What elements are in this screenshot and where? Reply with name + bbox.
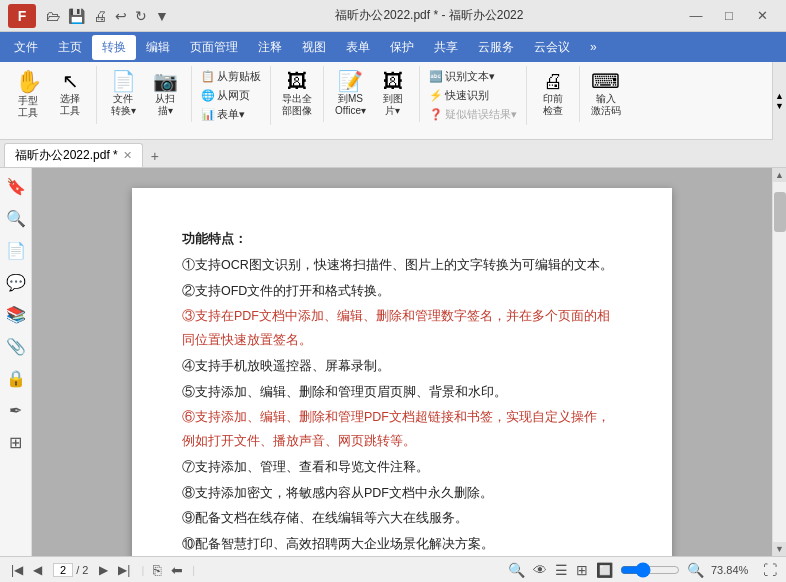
zoom-slider[interactable] — [620, 562, 680, 578]
close-button[interactable]: ✕ — [746, 2, 778, 30]
menu-file[interactable]: 文件 — [4, 35, 48, 60]
quick-access-toolbar: 🗁 💾 🖨 ↩ ↻ ▼ — [44, 6, 171, 26]
doc-item-5: ⑤支持添加、编辑、删除和管理页眉页脚、背景和水印。 — [182, 381, 622, 405]
redo-icon[interactable]: ↻ — [133, 6, 149, 26]
menu-cloud[interactable]: 云服务 — [468, 35, 524, 60]
menu-convert[interactable]: 转换 — [92, 35, 136, 60]
main-area: 🔖 🔍 📄 💬 📚 📎 🔒 ✒ ⊞ 功能特点： ①支持OCR图文识别，快速将扫描… — [0, 168, 786, 556]
fit-width-icon[interactable]: ☰ — [554, 561, 569, 579]
recognize-text-button[interactable]: 🔤 识别文本▾ — [426, 68, 520, 85]
table-button[interactable]: 📊 表单▾ — [198, 106, 264, 123]
tab-bar: 福昕办公2022.pdf * ✕ + — [0, 140, 786, 168]
menu-home[interactable]: 主页 — [48, 35, 92, 60]
doc-item-8: ⑧支持添加密文，将敏感内容从PDF文档中永久删除。 — [182, 482, 622, 506]
left-sidebar: 🔖 🔍 📄 💬 📚 📎 🔒 ✒ ⊞ — [0, 168, 32, 556]
doc-title: 功能特点： — [182, 228, 622, 252]
from-clipboard-button[interactable]: 📋 从剪贴板 — [198, 68, 264, 85]
sidebar-attachment-icon[interactable]: 📎 — [4, 334, 28, 358]
export-images-button[interactable]: 🖼 导出全部图像 — [277, 68, 317, 120]
from-web-button[interactable]: 🌐 从网页 — [198, 87, 264, 104]
doc-item-10: ⑩配备智慧打印、高效招聘两大企业场景化解决方案。 — [182, 533, 622, 556]
eye-icon[interactable]: 👁 — [532, 561, 548, 579]
doc-item-7: ⑦支持添加、管理、查看和导览文件注释。 — [182, 456, 622, 480]
doc-item-2: ②支持OFD文件的打开和格式转换。 — [182, 280, 622, 304]
menu-form[interactable]: 表单 — [336, 35, 380, 60]
file-convert-button[interactable]: 📄 文件转换▾ — [103, 68, 143, 120]
error-results-button[interactable]: ❓ 疑似错误结果▾ — [426, 106, 520, 123]
cursor-icon: ↖ — [62, 71, 79, 91]
maximize-button[interactable]: □ — [713, 2, 745, 30]
menu-view[interactable]: 视图 — [292, 35, 336, 60]
export-icon: 🖼 — [287, 71, 307, 91]
hand-tool-button[interactable]: ✋ 手型工具 — [8, 68, 48, 122]
office-icon: 📝 — [338, 71, 363, 91]
fullscreen-icon[interactable]: ⛶ — [762, 561, 778, 579]
file-convert-icon: 📄 — [111, 71, 136, 91]
doc-item-3: ③支持在PDF文档中添加、编辑、删除和管理数字签名，并在多个页面的相同位置快速放… — [182, 305, 622, 353]
sidebar-grid-icon[interactable]: ⊞ — [4, 430, 28, 454]
window-controls: — □ ✕ — [680, 2, 778, 30]
menu-page-manage[interactable]: 页面管理 — [180, 35, 248, 60]
web-icon: 🌐 — [201, 89, 215, 102]
select-tool-button[interactable]: ↖ 选择工具 — [50, 68, 90, 122]
new-tab-button[interactable]: + — [143, 145, 167, 167]
save-copy-icon[interactable]: ⎘ — [152, 561, 162, 579]
zoom-level: 73.84% — [711, 564, 756, 576]
doc-item-6: ⑥支持添加、编辑、删除和管理PDF文档超链接和书签，实现自定义操作，例如打开文件… — [182, 406, 622, 454]
minimize-button[interactable]: — — [680, 2, 712, 30]
document-content: 功能特点： ①支持OCR图文识别，快速将扫描件、图片上的文字转换为可编辑的文本。… — [182, 228, 622, 556]
to-ms-office-button[interactable]: 📝 到MSOffice▾ — [330, 68, 371, 120]
last-page-button[interactable]: ▶| — [115, 562, 133, 578]
next-page-button[interactable]: ▶ — [96, 562, 111, 578]
fit-page-icon[interactable]: ⊞ — [575, 561, 589, 579]
ribbon-group-tooffice: 📝 到MSOffice▾ 🖼 到图片▾ — [328, 66, 420, 122]
quick-recognize-button[interactable]: ⚡ 快速识别 — [426, 87, 520, 104]
tab-close-button[interactable]: ✕ — [123, 149, 132, 162]
chevron-up-icon: ▲ — [775, 91, 784, 101]
menu-edit[interactable]: 编辑 — [136, 35, 180, 60]
doc-item-1: ①支持OCR图文识别，快速将扫描件、图片上的文字转换为可编辑的文本。 — [182, 254, 622, 278]
menu-more[interactable]: » — [580, 36, 607, 58]
nav-separator-2: | — [192, 564, 195, 576]
preprint-button[interactable]: 🖨 印前检查 — [533, 68, 573, 120]
ribbon-group-export: 🖼 导出全部图像 — [275, 66, 324, 122]
scroll-track[interactable] — [773, 182, 786, 542]
sidebar-comment-icon[interactable]: 💬 — [4, 270, 28, 294]
save-icon[interactable]: 💾 — [66, 6, 87, 26]
zoom-out-icon[interactable]: 🔍 — [507, 561, 526, 579]
thumbnail-icon[interactable]: 🔲 — [595, 561, 614, 579]
prev-page-button[interactable]: ◀ — [30, 562, 45, 578]
zoom-in-icon[interactable]: 🔍 — [686, 561, 705, 579]
menu-protect[interactable]: 保护 — [380, 35, 424, 60]
sidebar-bookmark-icon[interactable]: 🔖 — [4, 174, 28, 198]
sidebar-search-icon[interactable]: 🔍 — [4, 206, 28, 230]
menu-cloud-meeting[interactable]: 云会议 — [524, 35, 580, 60]
sidebar-lock-icon[interactable]: 🔒 — [4, 366, 28, 390]
document-tab[interactable]: 福昕办公2022.pdf * ✕ — [4, 143, 143, 167]
nav-icon[interactable]: ⬅ — [170, 561, 184, 579]
document-area: 功能特点： ①支持OCR图文识别，快速将扫描件、图片上的文字转换为可编辑的文本。… — [32, 168, 772, 556]
sidebar-page-icon[interactable]: 📄 — [4, 238, 28, 262]
first-page-button[interactable]: |◀ — [8, 562, 26, 578]
menu-share[interactable]: 共享 — [424, 35, 468, 60]
title-bar: F 🗁 💾 🖨 ↩ ↻ ▼ 福昕办公2022.pdf * - 福昕办公2022 … — [0, 0, 786, 32]
sidebar-layers-icon[interactable]: 📚 — [4, 302, 28, 326]
dropdown-icon[interactable]: ▼ — [153, 6, 171, 26]
open-icon[interactable]: 🗁 — [44, 6, 62, 26]
ribbon-collapse-button[interactable]: ▲ ▼ — [772, 62, 786, 140]
scan-button[interactable]: 📷 从扫描▾ — [145, 68, 185, 120]
status-bar: |◀ ◀ / 2 ▶ ▶| | ⎘ ⬅ | 🔍 👁 ☰ ⊞ 🔲 🔍 73.84%… — [0, 556, 786, 582]
ribbon-group-tools: ✋ 手型工具 ↖ 选择工具 — [6, 66, 97, 124]
ribbon-group-preprint: 🖨 印前检查 — [531, 66, 580, 122]
undo-icon[interactable]: ↩ — [113, 6, 129, 26]
to-image-button[interactable]: 🖼 到图片▾ — [373, 68, 413, 120]
scroll-down-button[interactable]: ▼ — [773, 542, 787, 556]
menu-comment[interactable]: 注释 — [248, 35, 292, 60]
print-icon[interactable]: 🖨 — [91, 6, 109, 26]
sidebar-sign-icon[interactable]: ✒ — [4, 398, 28, 422]
doc-item-9: ⑨配备文档在线存储、在线编辑等六大在线服务。 — [182, 507, 622, 531]
scroll-thumb[interactable] — [774, 192, 786, 232]
page-number-input[interactable] — [53, 563, 73, 577]
activation-button[interactable]: ⌨ 输入激活码 — [586, 68, 626, 120]
scroll-up-button[interactable]: ▲ — [773, 168, 787, 182]
